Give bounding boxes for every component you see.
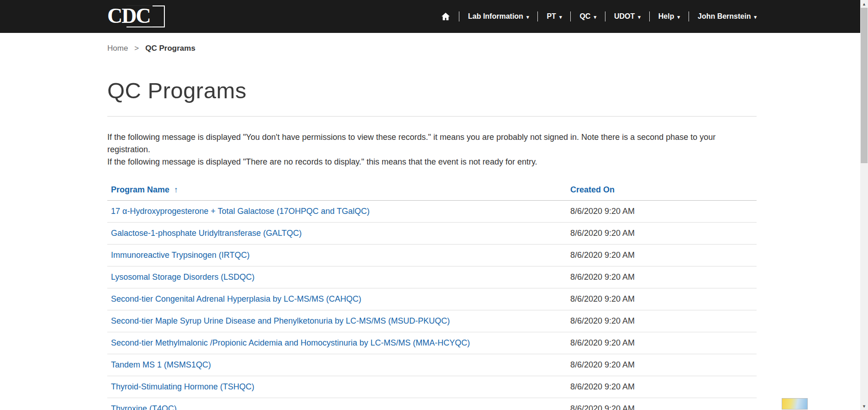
nav-item-lab-information[interactable]: Lab Information ▾	[459, 0, 537, 33]
nav-item-udot[interactable]: UDOT ▾	[605, 0, 649, 33]
created-on-value: 8/6/2020 9:20 AM	[570, 294, 757, 304]
nav-item-help[interactable]: Help ▾	[650, 0, 689, 33]
scrollbar-thumb[interactable]	[861, 8, 868, 163]
created-on-value: 8/6/2020 9:20 AM	[570, 404, 757, 410]
created-on-value: 8/6/2020 9:20 AM	[570, 229, 757, 238]
program-name-header-label: Program Name	[111, 185, 169, 195]
table-row: Thyroxine (T4QC) 8/6/2020 9:20 AM	[107, 398, 757, 410]
scrollbar-down-arrow-icon[interactable]: ▼	[860, 402, 868, 410]
program-link[interactable]: Second-tier Congenital Adrenal Hyperplas…	[111, 294, 361, 304]
program-name-cell: Thyroid-Stimulating Hormone (TSHQC)	[111, 382, 570, 392]
chevron-down-icon: ▾	[594, 14, 596, 20]
vertical-scrollbar[interactable]: ▲ ▼	[860, 0, 868, 410]
nav-item-qc[interactable]: QC ▾	[571, 0, 605, 33]
corner-thumbnail-artifact	[782, 398, 808, 410]
nav-label-lab-information: Lab Information	[468, 12, 523, 21]
created-on-value: 8/6/2020 9:20 AM	[570, 360, 757, 370]
program-link[interactable]: Thyroid-Stimulating Hormone (TSHQC)	[111, 382, 254, 391]
program-link[interactable]: Lysosomal Storage Disorders (LSDQC)	[111, 272, 254, 282]
breadcrumb-separator: >	[134, 44, 139, 53]
nav-label-user: John Bernstein	[698, 12, 751, 21]
program-name-cell: Tandem MS 1 (MSMS1QC)	[111, 360, 570, 370]
column-header-program-name[interactable]: Program Name ↑	[111, 185, 570, 195]
program-name-cell: Immunoreactive Trypsinogen (IRTQC)	[111, 250, 570, 260]
page-title: QC Programs	[107, 78, 757, 103]
column-header-created-on[interactable]: Created On	[570, 185, 757, 195]
program-link[interactable]: Second-tier Maple Syrup Urine Disease an…	[111, 316, 450, 325]
scrollbar-up-arrow-icon[interactable]: ▲	[860, 0, 868, 8]
table-header-row: Program Name ↑ Created On	[107, 179, 757, 201]
nav-user-menu[interactable]: John Bernstein ▾	[689, 0, 757, 33]
table-body: 17 α-Hydroxyprogesterone + Total Galacto…	[107, 201, 757, 410]
program-link[interactable]: Second-tier Methylmalonic /Propionic Aci…	[111, 338, 470, 347]
program-name-cell: Second-tier Maple Syrup Urine Disease an…	[111, 316, 570, 326]
navbar-inner: CDC Lab Information ▾ PT ▾	[107, 0, 757, 33]
sort-ascending-icon: ↑	[174, 185, 178, 195]
chevron-down-icon: ▾	[559, 14, 562, 20]
nav-label-udot: UDOT	[614, 12, 635, 21]
program-link[interactable]: Immunoreactive Trypsinogen (IRTQC)	[111, 250, 250, 260]
chevron-down-icon: ▾	[526, 14, 529, 20]
created-on-value: 8/6/2020 9:20 AM	[570, 316, 757, 326]
breadcrumb-home-link[interactable]: Home	[107, 44, 128, 53]
title-divider	[107, 116, 757, 117]
nav-item-pt[interactable]: PT ▾	[538, 0, 570, 33]
nav-home-button[interactable]	[432, 0, 459, 33]
program-name-cell: 17 α-Hydroxyprogesterone + Total Galacto…	[111, 207, 570, 216]
table-row: Lysosomal Storage Disorders (LSDQC) 8/6/…	[107, 266, 757, 288]
table-row: Tandem MS 1 (MSMS1QC) 8/6/2020 9:20 AM	[107, 354, 757, 376]
table-row: Galactose-1-phosphate Uridyltransferase …	[107, 223, 757, 245]
table-row: Thyroid-Stimulating Hormone (TSHQC) 8/6/…	[107, 376, 757, 398]
program-name-cell: Second-tier Congenital Adrenal Hyperplas…	[111, 294, 570, 304]
cdc-logo[interactable]: CDC	[107, 0, 166, 33]
program-link[interactable]: Tandem MS 1 (MSMS1QC)	[111, 360, 211, 369]
nav-label-pt: PT	[547, 12, 556, 21]
breadcrumb: Home > QC Programs	[107, 44, 757, 53]
program-name-cell: Lysosomal Storage Disorders (LSDQC)	[111, 272, 570, 282]
qc-programs-table: Program Name ↑ Created On 17 α-Hydroxypr…	[107, 179, 757, 410]
main-nav: Lab Information ▾ PT ▾ QC ▾ UDOT ▾	[432, 0, 757, 33]
program-link[interactable]: 17 α-Hydroxyprogesterone + Total Galacto…	[111, 207, 370, 216]
intro-line-1: If the following message is displayed "Y…	[107, 131, 757, 156]
program-link[interactable]: Galactose-1-phosphate Uridyltransferase …	[111, 229, 302, 238]
top-navbar: CDC Lab Information ▾ PT ▾	[0, 0, 860, 33]
column-header-program-name-cell: Program Name ↑	[111, 185, 570, 195]
program-name-cell: Galactose-1-phosphate Uridyltransferase …	[111, 229, 570, 238]
home-icon	[441, 12, 450, 21]
intro-text: If the following message is displayed "Y…	[107, 131, 757, 168]
table-row: Second-tier Maple Syrup Urine Disease an…	[107, 310, 757, 332]
program-link[interactable]: Thyroxine (T4QC)	[111, 404, 177, 410]
program-name-cell: Second-tier Methylmalonic /Propionic Aci…	[111, 338, 570, 348]
table-row: 17 α-Hydroxyprogesterone + Total Galacto…	[107, 201, 757, 223]
table-row: Second-tier Congenital Adrenal Hyperplas…	[107, 288, 757, 310]
chevron-down-icon: ▾	[638, 14, 641, 20]
browser-viewport: CDC Lab Information ▾ PT ▾	[0, 0, 860, 410]
program-name-cell: Thyroxine (T4QC)	[111, 404, 570, 410]
created-on-value: 8/6/2020 9:20 AM	[570, 250, 757, 260]
page-content: Home > QC Programs QC Programs If the fo…	[107, 44, 757, 410]
created-on-value: 8/6/2020 9:20 AM	[570, 338, 757, 348]
table-row: Second-tier Methylmalonic /Propionic Aci…	[107, 332, 757, 354]
chevron-down-icon: ▾	[677, 14, 680, 20]
breadcrumb-current: QC Programs	[145, 44, 195, 53]
chevron-down-icon: ▾	[754, 14, 757, 20]
table-row: Immunoreactive Trypsinogen (IRTQC) 8/6/2…	[107, 245, 757, 266]
created-on-value: 8/6/2020 9:20 AM	[570, 272, 757, 282]
created-on-value: 8/6/2020 9:20 AM	[570, 382, 757, 392]
cdc-logo-text: CDC	[107, 5, 153, 27]
nav-label-help: Help	[658, 12, 674, 21]
nav-label-qc: QC	[579, 12, 590, 21]
created-on-value: 8/6/2020 9:20 AM	[570, 207, 757, 216]
intro-line-2: If the following message is displayed "T…	[107, 156, 757, 168]
